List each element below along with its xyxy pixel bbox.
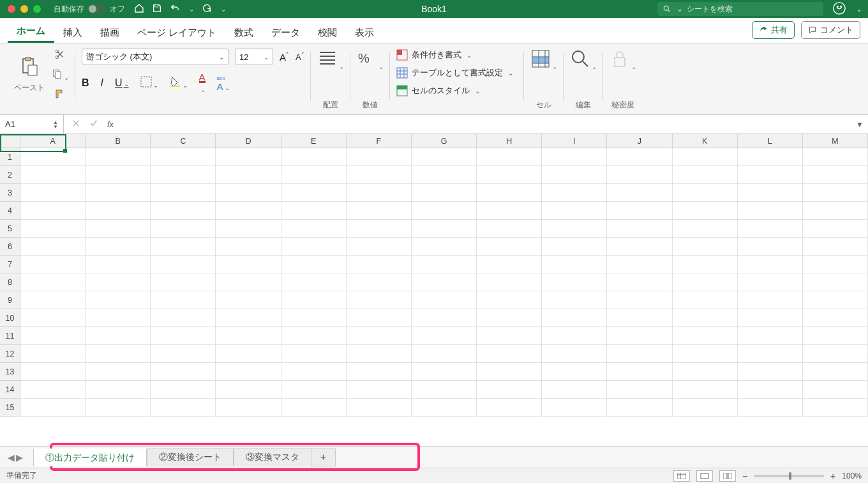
cell[interactable] (673, 220, 738, 238)
cell[interactable] (20, 345, 86, 363)
cell[interactable] (477, 291, 542, 309)
cell[interactable] (216, 291, 281, 309)
cell[interactable] (673, 256, 738, 273)
cell[interactable] (86, 184, 151, 202)
cell[interactable] (281, 202, 347, 220)
tab-home[interactable]: ホーム (8, 20, 54, 43)
formula-input[interactable] (121, 115, 851, 134)
undo-icon[interactable] (170, 3, 180, 15)
cell[interactable] (738, 220, 803, 238)
cell[interactable] (216, 202, 281, 220)
cell[interactable] (151, 256, 216, 273)
cell[interactable] (607, 309, 672, 327)
cell[interactable] (607, 381, 672, 399)
cell[interactable] (281, 184, 347, 202)
cell[interactable] (607, 345, 672, 363)
cell[interactable] (738, 166, 803, 184)
cell[interactable] (673, 273, 738, 291)
column-header[interactable]: I (542, 134, 607, 148)
row-header[interactable]: 12 (0, 345, 20, 363)
cell[interactable] (347, 291, 412, 309)
cell[interactable] (673, 291, 738, 309)
cell[interactable] (803, 256, 868, 273)
tab-insert[interactable]: 挿入 (54, 22, 91, 43)
cell[interactable] (20, 381, 86, 399)
cell[interactable] (20, 166, 86, 184)
row-header[interactable]: 14 (0, 381, 20, 399)
cell[interactable] (412, 166, 477, 184)
phonetic-button[interactable]: abcA⌄ (217, 74, 230, 92)
cell[interactable] (347, 327, 412, 345)
column-header[interactable]: G (412, 134, 477, 148)
column-header[interactable]: K (673, 134, 738, 148)
cell[interactable] (673, 345, 738, 363)
cell[interactable] (412, 327, 477, 345)
cell[interactable] (86, 291, 151, 309)
cell[interactable] (542, 345, 607, 363)
cell[interactable] (347, 399, 412, 417)
cell[interactable] (673, 381, 738, 399)
cell[interactable] (20, 184, 86, 202)
cell[interactable] (151, 327, 216, 345)
cell[interactable] (412, 256, 477, 273)
cell[interactable] (347, 256, 412, 273)
cell[interactable] (803, 381, 868, 399)
name-box[interactable]: A1 ▲▼ (0, 115, 64, 134)
cell[interactable] (673, 399, 738, 417)
cell[interactable] (542, 202, 607, 220)
cell[interactable] (477, 184, 542, 202)
home-icon[interactable] (134, 3, 144, 15)
conditional-format-button[interactable]: 条件付き書式⌄ (396, 49, 472, 61)
cell[interactable] (607, 238, 672, 256)
minimize-window-button[interactable] (20, 5, 28, 13)
italic-button[interactable]: I (101, 77, 103, 89)
cell[interactable] (673, 202, 738, 220)
cell[interactable] (607, 166, 672, 184)
sheet-tab-2[interactable]: ②変換後シート (147, 448, 234, 466)
cell[interactable] (542, 166, 607, 184)
cell[interactable] (281, 363, 347, 381)
cell[interactable] (738, 399, 803, 417)
cell[interactable] (477, 399, 542, 417)
add-sheet-button[interactable]: + (311, 448, 336, 466)
cell[interactable] (216, 238, 281, 256)
cell[interactable] (542, 184, 607, 202)
cell[interactable] (738, 291, 803, 309)
cell[interactable] (542, 273, 607, 291)
column-header[interactable]: C (151, 134, 216, 148)
cell[interactable] (347, 148, 412, 166)
row-header[interactable]: 5 (0, 220, 20, 238)
cell[interactable] (803, 238, 868, 256)
cell[interactable] (281, 256, 347, 273)
cell[interactable] (738, 238, 803, 256)
view-normal-button[interactable] (673, 470, 690, 482)
row-header[interactable]: 13 (0, 363, 20, 381)
cell[interactable] (738, 273, 803, 291)
column-header[interactable]: H (477, 134, 542, 148)
column-header[interactable]: E (281, 134, 347, 148)
cell[interactable] (20, 327, 86, 345)
cell[interactable] (281, 148, 347, 166)
spreadsheet-grid[interactable]: ABCDEFGHIJKLM 123456789101112131415 (0, 134, 868, 446)
cell[interactable] (20, 399, 86, 417)
row-header[interactable]: 10 (0, 309, 20, 327)
cell[interactable] (20, 363, 86, 381)
cell[interactable] (281, 273, 347, 291)
font-name-select[interactable]: 游ゴシック (本文)⌄ (82, 49, 228, 65)
row-header[interactable]: 15 (0, 399, 20, 417)
cell[interactable] (803, 202, 868, 220)
cell[interactable] (216, 148, 281, 166)
cell[interactable] (86, 273, 151, 291)
cell[interactable] (803, 309, 868, 327)
find-icon[interactable]: ⌄ (570, 49, 597, 71)
cell[interactable] (738, 363, 803, 381)
cell[interactable] (151, 399, 216, 417)
cell[interactable] (412, 345, 477, 363)
row-header[interactable]: 9 (0, 291, 20, 309)
fx-label[interactable]: fx (107, 119, 114, 129)
cell[interactable] (803, 166, 868, 184)
cell[interactable] (803, 273, 868, 291)
search-input[interactable]: ⌄ シートを検索 (657, 2, 823, 16)
cell[interactable] (607, 148, 672, 166)
sheet-tab-1[interactable]: ①出力データ貼り付け (33, 448, 147, 466)
